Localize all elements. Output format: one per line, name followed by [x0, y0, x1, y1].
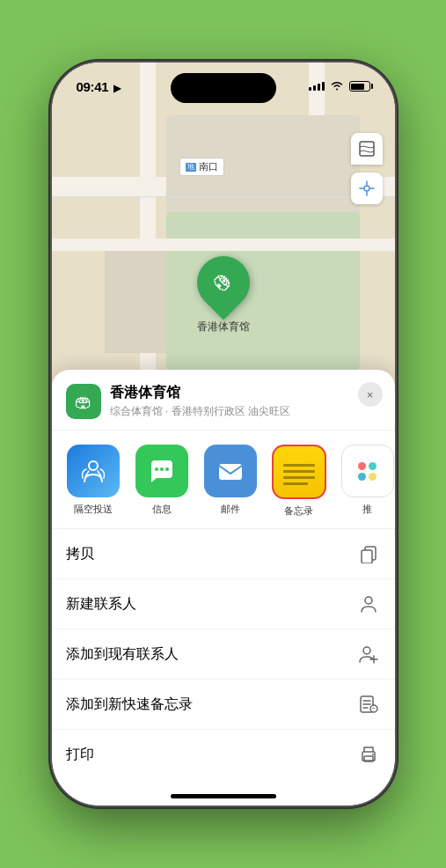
share-row: 隔空投送 信息 — [52, 430, 395, 529]
map-controls[interactable] — [351, 133, 383, 204]
share-item-notes[interactable]: 备忘录 — [268, 445, 330, 518]
print-label: 打印 — [66, 746, 94, 764]
share-item-more[interactable]: 推 — [337, 445, 395, 518]
person-icon — [356, 592, 381, 616]
share-item-messages[interactable]: 信息 — [131, 445, 193, 518]
map-view-button[interactable] — [351, 133, 383, 165]
wifi-icon — [330, 79, 344, 93]
svg-point-9 — [165, 467, 169, 471]
action-list: 拷贝 新建联系人 — [52, 529, 395, 779]
stadium-icon: 🏟 — [208, 268, 238, 298]
battery-icon — [349, 81, 370, 92]
venue-name: 香港体育馆 — [110, 384, 381, 402]
status-icons — [309, 79, 370, 93]
mail-icon-wrap — [204, 445, 257, 497]
svg-point-14 — [363, 647, 370, 654]
venue-thumbnail: 🏟 — [66, 384, 101, 419]
more-icon-wrap — [341, 445, 394, 497]
pin-inner: 🏟 — [204, 263, 243, 302]
new-contact-label: 新建联系人 — [66, 595, 136, 614]
map-label-icon: 地 — [186, 163, 196, 172]
svg-point-24 — [372, 754, 374, 755]
signal-bars — [309, 82, 325, 91]
notes-label: 备忘录 — [284, 504, 313, 518]
print-icon — [356, 742, 381, 767]
phone-screen: 09:41 ▶ — [52, 63, 395, 805]
share-item-mail[interactable]: 邮件 — [200, 445, 261, 518]
quick-note-label: 添加到新快速备忘录 — [66, 695, 193, 714]
location-info: 香港体育馆 综合体育馆 · 香港特别行政区 油尖旺区 — [110, 384, 381, 419]
messages-icon-wrap — [135, 445, 188, 497]
add-contact-label: 添加到现有联系人 — [66, 645, 179, 664]
location-header: 🏟 香港体育馆 综合体育馆 · 香港特别行政区 油尖旺区 × — [52, 370, 395, 430]
svg-rect-12 — [362, 550, 372, 563]
bottom-sheet: 🏟 香港体育馆 综合体育馆 · 香港特别行政区 油尖旺区 × — [52, 370, 395, 805]
action-copy[interactable]: 拷贝 — [52, 529, 395, 579]
copy-label: 拷贝 — [66, 545, 94, 563]
svg-rect-10 — [219, 464, 242, 480]
share-item-airdrop[interactable]: 隔空投送 — [62, 445, 124, 518]
svg-point-1 — [364, 186, 369, 191]
svg-point-21 — [370, 705, 377, 712]
airdrop-label: 隔空投送 — [74, 503, 113, 516]
pin-label: 香港体育馆 — [197, 320, 250, 335]
location-button[interactable] — [351, 173, 383, 204]
svg-point-6 — [89, 461, 98, 470]
notes-icon-wrap — [272, 445, 326, 499]
action-print[interactable]: 打印 — [52, 730, 395, 779]
dynamic-island — [171, 73, 276, 103]
action-quick-note[interactable]: 添加到新快速备忘录 — [52, 680, 395, 730]
action-new-contact[interactable]: 新建联系人 — [52, 579, 395, 629]
venue-subtitle: 综合体育馆 · 香港特别行政区 油尖旺区 — [110, 404, 381, 419]
copy-icon — [356, 541, 381, 566]
more-label: 推 — [362, 503, 372, 516]
location-pin: 🏟 香港体育馆 — [197, 256, 250, 335]
map-label: 地 南口 — [179, 158, 224, 176]
messages-label: 信息 — [152, 503, 172, 516]
close-button[interactable]: × — [358, 382, 383, 407]
svg-point-13 — [365, 597, 372, 604]
action-add-contact[interactable]: 添加到现有联系人 — [52, 629, 395, 680]
note-icon — [356, 692, 381, 717]
person-add-icon — [356, 642, 381, 666]
status-time: 09:41 ▶ — [77, 79, 121, 94]
home-indicator — [171, 794, 276, 798]
airdrop-icon-wrap — [67, 445, 120, 497]
svg-point-7 — [155, 467, 158, 471]
svg-rect-0 — [360, 142, 374, 156]
mail-label: 邮件 — [221, 503, 240, 516]
svg-point-8 — [160, 467, 164, 471]
pin-circle: 🏟 — [186, 246, 260, 320]
phone-frame: 09:41 ▶ — [52, 63, 395, 805]
